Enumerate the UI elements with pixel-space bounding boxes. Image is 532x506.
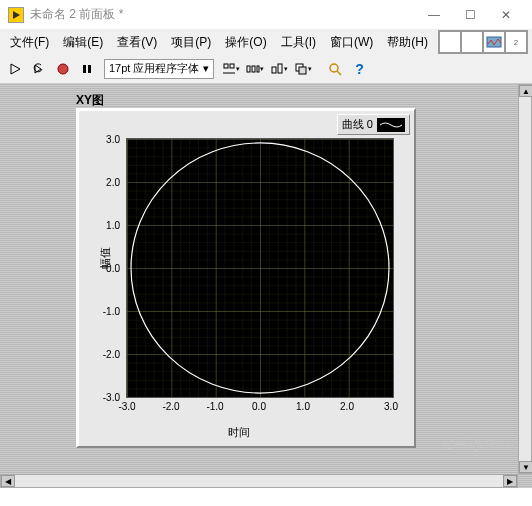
menu-edit[interactable]: 编辑(E) [57, 32, 109, 53]
distribute-button[interactable]: ▾ [244, 58, 266, 80]
abort-button[interactable] [52, 58, 74, 80]
ytick: 0.0 [90, 263, 120, 274]
search-button[interactable] [324, 58, 346, 80]
xtick: 3.0 [376, 401, 406, 412]
menu-file[interactable]: 文件(F) [4, 32, 55, 53]
watermark: 知乎 @李时珍 [440, 436, 522, 454]
maximize-button[interactable]: ☐ [452, 1, 488, 29]
plot-area [126, 138, 394, 398]
svg-rect-7 [230, 64, 234, 68]
run-continuous-button[interactable] [28, 58, 50, 80]
graph-title: XY图 [76, 92, 104, 109]
menu-operate[interactable]: 操作(O) [219, 32, 272, 53]
x-axis-label: 时间 [228, 425, 250, 440]
legend-label: 曲线 0 [342, 117, 373, 132]
title-bar: 未命名 2 前面板 * — ☐ ✕ [0, 0, 532, 30]
menu-project[interactable]: 项目(P) [165, 32, 217, 53]
app-icon [8, 7, 24, 23]
scroll-down-button[interactable]: ▼ [519, 461, 532, 473]
palette-grid[interactable]: 2 [438, 30, 528, 54]
reorder-button[interactable]: ▾ [292, 58, 314, 80]
palette-cell-4[interactable]: 2 [505, 31, 527, 53]
ytick: -2.0 [90, 349, 120, 360]
svg-rect-12 [272, 67, 276, 73]
xtick: 1.0 [288, 401, 318, 412]
toolbar: 17pt 应用程序字体 ▾ ▾ ▾ ▾ ▾ ? [0, 54, 532, 84]
svg-rect-6 [224, 64, 228, 68]
svg-rect-5 [88, 65, 91, 73]
scroll-up-button[interactable]: ▲ [519, 85, 532, 97]
ytick: -1.0 [90, 306, 120, 317]
legend-sample-icon [377, 118, 405, 132]
vertical-scrollbar[interactable]: ▲ ▼ [518, 84, 532, 474]
menu-tools[interactable]: 工具(I) [275, 32, 322, 53]
close-button[interactable]: ✕ [488, 1, 524, 29]
scroll-right-button[interactable]: ▶ [503, 475, 517, 487]
palette-cell-3[interactable] [483, 31, 505, 53]
ytick: 1.0 [90, 220, 120, 231]
svg-rect-11 [257, 66, 259, 72]
scroll-track-v[interactable] [519, 97, 531, 461]
scroll-track-h[interactable] [15, 475, 503, 487]
font-label: 17pt 应用程序字体 [109, 61, 199, 76]
font-selector[interactable]: 17pt 应用程序字体 ▾ [104, 59, 214, 79]
svg-rect-10 [252, 66, 255, 72]
menu-view[interactable]: 查看(V) [111, 32, 163, 53]
chevron-down-icon: ▾ [203, 62, 209, 75]
ytick: 3.0 [90, 134, 120, 145]
svg-rect-15 [299, 67, 306, 74]
svg-marker-2 [11, 64, 20, 74]
svg-marker-0 [13, 11, 20, 19]
palette-cell-2[interactable] [461, 31, 483, 53]
plot-legend[interactable]: 曲线 0 [337, 114, 410, 135]
pause-button[interactable] [76, 58, 98, 80]
svg-rect-13 [278, 64, 282, 73]
ytick: 2.0 [90, 177, 120, 188]
svg-rect-4 [83, 65, 86, 73]
front-panel-canvas[interactable]: XY图 曲线 0 幅值 时间 3.0 2.0 1.0 0.0 -1.0 -2.0… [0, 84, 532, 488]
svg-line-17 [337, 71, 341, 75]
svg-rect-9 [247, 66, 250, 72]
svg-point-3 [58, 64, 68, 74]
horizontal-scrollbar[interactable]: ◀ ▶ [0, 474, 518, 488]
align-button[interactable]: ▾ [220, 58, 242, 80]
menu-window[interactable]: 窗口(W) [324, 32, 379, 53]
xtick: 0.0 [244, 401, 274, 412]
xtick: -3.0 [112, 401, 142, 412]
xtick: 2.0 [332, 401, 362, 412]
svg-rect-20 [127, 139, 393, 397]
menu-help[interactable]: 帮助(H) [381, 32, 434, 53]
xtick: -2.0 [156, 401, 186, 412]
xy-graph[interactable]: XY图 曲线 0 幅值 时间 3.0 2.0 1.0 0.0 -1.0 -2.0… [76, 108, 416, 448]
scroll-left-button[interactable]: ◀ [1, 475, 15, 487]
resize-button[interactable]: ▾ [268, 58, 290, 80]
menu-bar: 文件(F) 编辑(E) 查看(V) 项目(P) 操作(O) 工具(I) 窗口(W… [0, 30, 532, 54]
help-button[interactable]: ? [348, 58, 370, 80]
run-button[interactable] [4, 58, 26, 80]
palette-cell-1[interactable] [439, 31, 461, 53]
window-title: 未命名 2 前面板 * [30, 6, 416, 23]
xtick: -1.0 [200, 401, 230, 412]
plot-svg [127, 139, 393, 397]
svg-point-16 [330, 64, 338, 72]
minimize-button[interactable]: — [416, 1, 452, 29]
